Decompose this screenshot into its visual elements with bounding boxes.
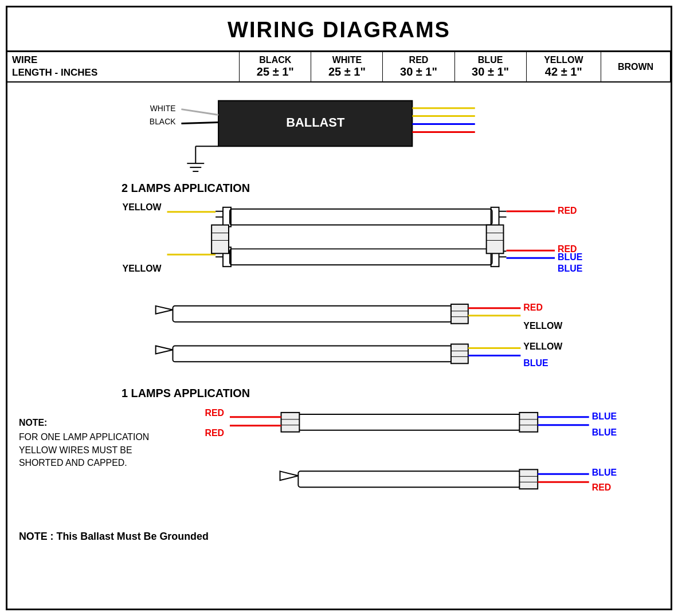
note-text3: SHORTED AND CAPPED. [19, 458, 127, 468]
one-lamp-label: 1 LAMPS APPLICATION [122, 387, 250, 399]
white-input-wire [181, 109, 218, 115]
black-input-wire [181, 123, 218, 124]
lamp5-left-conn [281, 413, 300, 432]
lamp2-blue-label1: BLUE [558, 252, 582, 262]
lamp3-yellow-label: YELLOW [523, 321, 562, 331]
lamp6-left-arrow [280, 471, 299, 480]
ballast-label: BALLAST [286, 115, 345, 130]
lamp1-yellow-label: YELLOW [123, 202, 162, 212]
lamp1-body [230, 209, 492, 225]
white-input-label: WHITE [150, 104, 176, 113]
lamp4-body [173, 346, 452, 362]
lamp4-blue-label: BLUE [523, 358, 548, 368]
lamp3-right-conn [451, 304, 468, 324]
lamp4-right-conn [451, 344, 468, 364]
lamp5-right-conn [519, 413, 538, 432]
lamp4-left-arrow [156, 346, 173, 354]
col-red: RED30 ± 1" [383, 52, 454, 83]
col-black: BLACK25 ± 1" [240, 52, 311, 83]
wiring-diagram-svg: BALLAST WHITE BLACK 2 LAMPS AP [7, 83, 671, 609]
wire-label-line1: WIRE [12, 54, 234, 66]
col-brown: BROWN [601, 52, 671, 83]
title-section: WIRING DIAGRAMS [7, 7, 671, 52]
ground-note: NOTE : This Ballast Must Be Grounded [19, 531, 209, 542]
lamp3-left-arrow [156, 306, 173, 314]
lamp3-red-label: RED [523, 303, 543, 312]
col-blue: BLUE30 ± 1" [454, 52, 526, 83]
col-yellow: YELLOW42 ± 1" [526, 52, 601, 83]
lamp6-red-label: RED [592, 482, 612, 492]
lamp6-body [298, 471, 520, 487]
lamp5-red-label-bot: RED [205, 428, 224, 438]
note-text2: YELLOW WIRES MUST BE [19, 445, 132, 455]
lamp2-yellow-label: YELLOW [123, 264, 162, 273]
lamp1-red-label: RED [558, 206, 577, 215]
lamp5-body [298, 414, 520, 430]
lamp2-blue-label2: BLUE [558, 264, 582, 273]
black-input-label: BLACK [150, 117, 176, 127]
lamp5-red-label-top: RED [205, 408, 224, 418]
note-text1: FOR ONE LAMP APPLICATION [19, 432, 149, 442]
wire-table: WIRE LENGTH - INCHES BLACK25 ± 1" WHITE2… [7, 52, 671, 83]
outer-border: WIRING DIAGRAMS WIRE LENGTH - INCHES BLA… [6, 6, 672, 610]
left-connector-block [211, 225, 229, 254]
wire-label-line2: LENGTH - INCHES [12, 67, 234, 79]
page-title: WIRING DIAGRAMS [228, 18, 450, 42]
lamp3-body [173, 306, 452, 322]
right-connector-block [487, 225, 504, 254]
lamp5-blue-label-bot: BLUE [592, 427, 617, 437]
col-white: WHITE25 ± 1" [311, 52, 383, 83]
diagram-area: BALLAST WHITE BLACK 2 LAMPS AP [7, 83, 671, 609]
note-label: NOTE: [19, 418, 47, 427]
lamp5-blue-label-top: BLUE [592, 411, 617, 421]
lamp6-right-conn [519, 469, 538, 489]
two-lamps-label: 2 LAMPS APPLICATION [122, 182, 250, 194]
lamp2-body [230, 249, 492, 265]
lamp6-blue-label-top: BLUE [592, 468, 617, 477]
lamp4-yellow-label: YELLOW [523, 342, 562, 351]
